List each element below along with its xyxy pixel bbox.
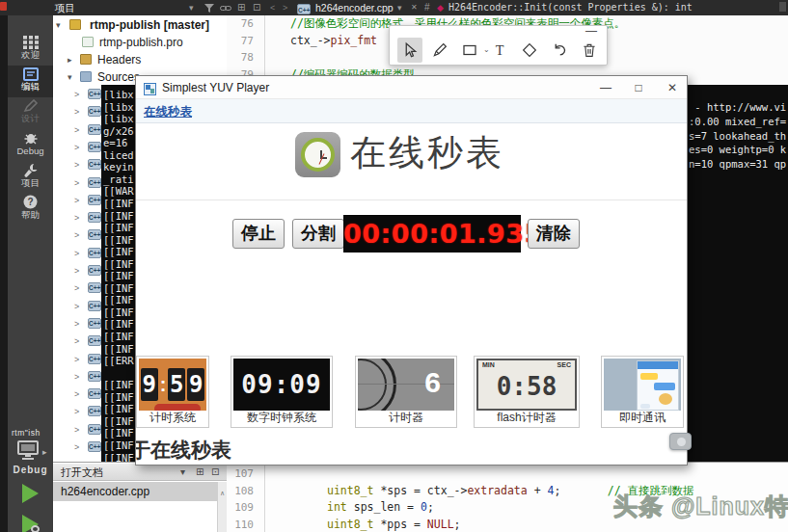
tree-row-headers[interactable]: ▸ Headers (53, 51, 227, 68)
code-text: ctx_->pix_fmt (265, 34, 377, 47)
chevron-icon[interactable]: > (74, 279, 79, 297)
opendocs-close-icon[interactable]: ⊡ (211, 464, 219, 481)
chevron-closed-icon[interactable]: ▸ (68, 51, 72, 68)
sources-icon (80, 71, 92, 82)
digital-clock-preview: 09:09 (233, 359, 330, 411)
nav-back-icon[interactable]: < (270, 2, 275, 13)
chevron-icon[interactable]: > (74, 192, 79, 209)
chevron-icon[interactable]: > (74, 403, 79, 420)
opendocs-scrollbar[interactable]: ∧ (217, 482, 227, 532)
chevron-icon[interactable]: > (74, 439, 79, 456)
thumbnail-lcd-dark[interactable]: 09:09数字时钟系统 (231, 356, 333, 428)
chevron-icon[interactable]: > (74, 351, 79, 368)
opendocs-split-icon[interactable]: ⊞ (196, 464, 204, 481)
run-button[interactable] (22, 484, 39, 503)
eraser-tool-icon[interactable] (517, 38, 542, 63)
chevron-icon[interactable]: > (74, 156, 79, 173)
trash-tool-icon[interactable] (577, 38, 602, 63)
cpp-file-icon: C++ (88, 159, 101, 170)
chevron-icon[interactable]: > (74, 86, 79, 103)
thumbnail-flip[interactable]: 9:59计时系统 (136, 356, 209, 428)
current-symbol-label[interactable]: H264Encoder::Init(const Properties &): i… (448, 2, 693, 13)
chevron-icon[interactable]: > (74, 421, 79, 439)
chevron-icon[interactable]: > (74, 386, 79, 403)
window-edge (0, 0, 8, 532)
open-document-item[interactable]: h264encoder.cpp (53, 482, 217, 501)
mode-bug[interactable]: Debug (8, 129, 53, 161)
site-title: 在线秒表 (350, 129, 504, 177)
close-panel-icon[interactable]: ⊡ (253, 2, 260, 13)
tree-row-pro-file[interactable]: rtmp-publish.pro (53, 34, 227, 51)
split-button[interactable]: 分割 (292, 219, 344, 249)
section-heading: 于在线秒表 (135, 437, 231, 464)
chevron-icon[interactable]: > (74, 332, 79, 350)
tab-close-icon[interactable]: ✕ (411, 2, 418, 13)
code-text: uint8_t *pps = NULL; (265, 518, 461, 531)
line-number: 107 (227, 466, 265, 483)
mode-wrench[interactable]: 项目 (8, 161, 53, 193)
chat-preview (604, 359, 681, 411)
chevron-icon[interactable]: > (74, 368, 79, 386)
chevron-icon[interactable]: > (74, 121, 79, 139)
opendocs-caret-icon[interactable]: ▾ (180, 464, 185, 481)
kit-selector[interactable] (15, 439, 42, 465)
mode-sidebar: 欢迎编辑设计Debug项目?帮助 rtm"ish ▸ Debug (8, 15, 53, 532)
link-sync-icon[interactable] (220, 4, 231, 12)
project-panel-title: 项目 (55, 2, 75, 13)
mode-grid[interactable]: 欢迎 (8, 34, 53, 66)
undo-tool-icon[interactable] (547, 38, 572, 63)
floating-annotation-ball[interactable] (669, 433, 692, 450)
dialog-title: Simplest YUV Player (162, 81, 269, 94)
cpp-file-icon: C++ (88, 265, 101, 276)
thumbnail-film[interactable]: 6计时器 (355, 356, 457, 428)
mode-label: 帮助 (8, 209, 53, 220)
cpp-file-icon: C++ (88, 388, 101, 399)
scrollbar-nub[interactable] (779, 2, 786, 12)
minimize-button[interactable]: — (597, 80, 614, 95)
panel-caret-icon[interactable]: ▾ (189, 2, 194, 13)
chevron-icon[interactable]: > (74, 315, 79, 332)
thumbnail-lcd-light[interactable]: MINSEC0:58flash计时器 (474, 356, 580, 428)
tree-row-project[interactable]: ▾ rtmp-publish [master] (53, 16, 227, 34)
mode-help[interactable]: ?帮助 (8, 193, 53, 225)
pro-file-icon (82, 37, 94, 47)
cpp-file-icon: C++ (88, 441, 101, 452)
dialog-titlebar[interactable]: Simplest YUV Player — □ ✕ (136, 76, 687, 99)
thumbnail-caption: 计时器 (356, 410, 456, 426)
toolbar-minimize-icon[interactable]: — (585, 24, 597, 38)
cursor-tool-icon[interactable] (397, 38, 422, 63)
chevron-icon[interactable]: > (74, 245, 79, 262)
scroll-up-icon[interactable]: ∧ (220, 490, 225, 496)
clear-button[interactable]: 清除 (528, 219, 580, 249)
close-button[interactable]: ✕ (664, 80, 681, 95)
pen-tool-icon[interactable] (427, 38, 452, 63)
maximize-button[interactable]: □ (630, 80, 647, 95)
chevron-open-icon[interactable]: ▾ (56, 16, 61, 34)
thumbnail-chat[interactable]: 即时通讯 (601, 356, 684, 428)
filter-funnel-icon[interactable] (204, 3, 214, 13)
chevron-icon[interactable]: > (74, 209, 79, 226)
chevron-icon[interactable]: > (74, 103, 79, 120)
edit-icon (8, 67, 53, 81)
chevron-icon[interactable]: > (74, 262, 79, 279)
stopwatch-link[interactable]: 在线秒表 (144, 104, 192, 120)
symbol-hash-icon[interactable]: # (424, 2, 430, 13)
stop-button[interactable]: 停止 (232, 219, 285, 249)
tab-caret-icon[interactable]: ▾ (397, 2, 402, 13)
cpp-file-icon: C++ (88, 335, 101, 346)
text-tool-icon[interactable]: T (487, 38, 512, 63)
mode-label: 编辑 (8, 81, 53, 92)
chevron-open-icon[interactable]: ▾ (68, 68, 72, 86)
chevron-icon[interactable]: > (74, 226, 79, 244)
chevron-icon[interactable]: > (74, 139, 79, 156)
rectangle-tool-icon[interactable] (457, 38, 482, 63)
mode-edit[interactable]: 编辑 (8, 66, 53, 97)
nav-forward-icon[interactable]: > (283, 2, 287, 13)
kit-caret-icon[interactable]: ▸ (42, 447, 47, 457)
cpp-file-icon: C++ (88, 89, 101, 99)
split-panel-icon[interactable]: ⊞ (237, 2, 245, 13)
bug-icon (8, 131, 53, 146)
chevron-icon[interactable]: > (74, 174, 79, 192)
tab-h264encoder[interactable]: h264encoder.cpp (315, 2, 394, 13)
chevron-icon[interactable]: > (74, 298, 79, 315)
